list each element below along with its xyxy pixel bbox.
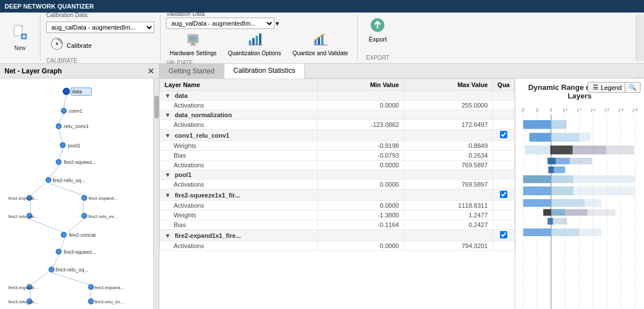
group-max [404, 91, 493, 101]
node-conv1[interactable]: conv1 [61, 108, 83, 114]
tab-getting-started[interactable]: Getting Started [159, 64, 224, 78]
zoom-icon: 🔍 [629, 84, 637, 90]
expand-icon[interactable]: ▼ [165, 92, 171, 99]
group-row-name: ▼ conv1_relu_conv1 [160, 130, 318, 141]
sub-row-max: 769.5897 [404, 160, 493, 170]
node-data[interactable]: data [63, 88, 92, 96]
expand-icon[interactable]: ▼ [165, 192, 171, 199]
table-row: ▼ fire2-expand1x1_fire... [160, 230, 515, 241]
svg-rect-119 [588, 209, 616, 216]
svg-text:fire3-expand...: fire3-expand... [95, 285, 124, 290]
svg-text:2⁴: 2⁴ [536, 108, 538, 113]
svg-text:fire2-squeez...: fire2-squeez... [64, 159, 96, 165]
svg-text:2⁻⁴: 2⁻⁴ [563, 108, 567, 113]
node-fire2-concat[interactable]: fire2-concat [61, 232, 96, 238]
node-fire3-relu-ex-l[interactable]: fire3-relu_ex... [9, 299, 38, 304]
node-fire3-relu-ex-r[interactable]: fire3-relu_ex... [88, 299, 124, 304]
group-checkbox-cell[interactable] [493, 130, 514, 141]
node-fire3-expand-l[interactable]: fire3-expand... [9, 285, 38, 290]
node-fire3-squeeze[interactable]: fire3-squeez... [56, 249, 97, 255]
export-button[interactable]: Export [363, 15, 392, 45]
quantize-checkbox[interactable] [500, 231, 507, 238]
col-quantize: Qua [493, 79, 514, 91]
expand-icon[interactable]: ▼ [165, 232, 171, 239]
tab-spacer [305, 64, 636, 79]
sub-row-quantize [493, 151, 514, 160]
node-relu-conv1[interactable]: relu_conv1 [56, 123, 89, 129]
svg-point-60 [61, 232, 67, 237]
sub-row-name: Weights [160, 141, 318, 151]
svg-rect-113 [523, 199, 551, 207]
svg-text:2⁻²⁴: 2⁻²⁴ [633, 108, 637, 113]
left-panel-scrollbar[interactable] [153, 79, 159, 309]
svg-rect-97 [579, 133, 590, 142]
graph-area: data conv1 relu_conv1 [0, 79, 153, 309]
expand-icon[interactable]: ▼ [165, 132, 171, 139]
table-row: ▼ conv1_relu_conv1 [160, 130, 515, 141]
sub-row-quantize [493, 220, 514, 230]
svg-rect-105 [548, 167, 554, 174]
sub-row-name: Activations [160, 160, 318, 170]
quantize-checkbox[interactable] [500, 131, 507, 138]
svg-text:fire2-concat: fire2-concat [69, 232, 96, 238]
tab-getting-started-label: Getting Started [169, 67, 215, 75]
svg-rect-94 [551, 120, 567, 129]
sub-row-name: Weights [160, 211, 318, 220]
legend-button[interactable]: ☰ Legend [588, 82, 627, 93]
tab-right-scrollbar [636, 64, 644, 78]
quantize-checkbox[interactable] [500, 191, 507, 198]
tab-calibration-statistics-label: Calibration Statistics [233, 67, 296, 75]
hardware-icon [186, 32, 200, 49]
node-fire2-squeeze[interactable]: fire2-squeez... [56, 159, 97, 165]
group-max [404, 130, 493, 141]
quantize-validate-label: Quantize and Validate [293, 50, 348, 56]
svg-rect-122 [523, 228, 551, 236]
validation-data-select[interactable]: aug_valData - augmentedIm... [166, 18, 274, 29]
node-fire2-expand-r[interactable]: fire2-expand... [82, 195, 118, 201]
app: DEEP NETWORK QUANTIZER New FILE [0, 0, 644, 309]
group-checkbox-cell[interactable] [493, 189, 514, 201]
svg-rect-118 [565, 209, 587, 216]
sub-row-name: Bias [160, 220, 318, 230]
tab-calibration-statistics[interactable]: Calibration Statistics [224, 64, 305, 79]
sub-row-max: 794.3201 [404, 241, 493, 251]
expand-icon[interactable]: ▼ [165, 112, 171, 118]
node-fire2-relu-sq[interactable]: fire2-relu_sq... [46, 178, 85, 183]
node-pool1[interactable]: pool1 [60, 143, 81, 149]
export-icon [370, 17, 385, 35]
quantize-validate-button[interactable]: Quantize and Validate [289, 31, 352, 57]
new-label: New [14, 45, 26, 51]
row-label: data_normalization [175, 112, 232, 118]
close-icon[interactable]: ✕ [147, 67, 154, 76]
svg-line-35 [31, 273, 48, 285]
group-min [318, 189, 404, 201]
svg-rect-107 [523, 175, 551, 183]
table-area: Layer Name Min Value Max Value Qua ▼ dat… [159, 79, 515, 309]
calibrate-label: Calibrate [67, 42, 92, 49]
export-label: Export [368, 36, 387, 43]
quantization-options-button[interactable]: Quantization Options [224, 31, 284, 57]
quantize-validate-icon [313, 32, 327, 49]
node-fire3-relu-sq[interactable]: fire3-relu_sq... [49, 267, 88, 273]
sub-row-max: 1.2477 [404, 211, 493, 220]
calibration-data-select[interactable]: aug_calData - augmentedIm... [46, 22, 154, 33]
export-section-title: EXPORT [366, 55, 389, 61]
group-checkbox-cell [493, 110, 514, 120]
table-row: Activations 0.0000 769.5897 [160, 160, 515, 170]
calibrate-group: Calibration Data: aug_calData - augmente… [40, 15, 161, 61]
svg-line-24 [59, 129, 63, 142]
hardware-settings-button[interactable]: Hardware Settings [166, 31, 220, 57]
svg-rect-111 [551, 187, 573, 196]
calibrate-button[interactable]: Calibrate [46, 35, 95, 55]
new-button[interactable]: New [6, 22, 34, 53]
zoom-button[interactable]: 🔍 [625, 82, 641, 93]
node-fire2-relu-ex-r[interactable]: fire2-relu_ex... [82, 213, 118, 219]
node-fire2-relu-ex-l[interactable]: fire2-relu_ex... [9, 213, 38, 219]
node-fire2-expand-l[interactable]: fire2-expand... [9, 195, 38, 201]
sub-row-quantize [493, 141, 514, 151]
app-title: DEEP NETWORK QUANTIZER [5, 3, 94, 10]
node-fire3-expand-r[interactable]: fire3-expand... [88, 285, 124, 290]
expand-icon[interactable]: ▼ [165, 171, 171, 178]
group-checkbox-cell[interactable] [493, 230, 514, 241]
svg-text:2⁻⁸: 2⁻⁸ [577, 108, 581, 113]
